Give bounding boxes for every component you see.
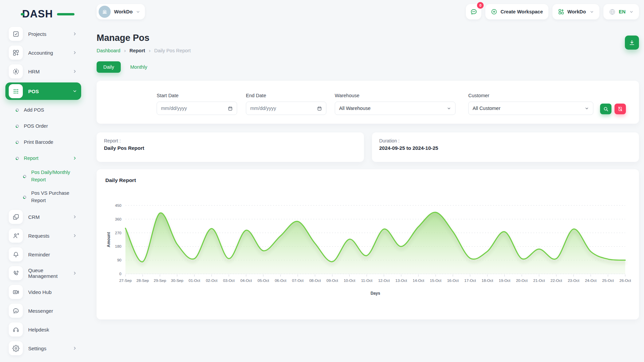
svg-text:10-Oct: 10-Oct xyxy=(344,279,356,283)
svg-text:17-Oct: 17-Oct xyxy=(464,279,476,283)
logo-accent-dot xyxy=(21,13,24,15)
customer-field: Customer All Customer xyxy=(468,93,593,115)
warehouse-selected-value: All Warehouse xyxy=(339,106,371,111)
svg-text:28-Sep: 28-Sep xyxy=(137,279,149,283)
requests-icon xyxy=(9,229,23,243)
svg-text:270: 270 xyxy=(115,231,121,235)
sidebar-item-requests[interactable]: Requests xyxy=(5,228,81,243)
messenger-icon xyxy=(9,304,23,318)
sidebar: DASH ProjectsAccountingHRMPOSAdd POSPOS … xyxy=(0,0,87,362)
sidebar-item-queue-management[interactable]: Queue Management xyxy=(5,265,81,281)
breadcrumb-current: Daily Pos Report xyxy=(154,48,191,53)
calendar-icon[interactable] xyxy=(228,106,233,111)
sidebar-item-messenger[interactable]: Messenger xyxy=(5,303,81,318)
messages-button[interactable]: 0 xyxy=(466,4,481,19)
svg-text:20-Oct: 20-Oct xyxy=(516,279,528,283)
language-selector[interactable]: EN xyxy=(603,4,639,19)
tab-daily[interactable]: Daily xyxy=(97,61,121,73)
globe-icon xyxy=(609,8,616,15)
end-date-input[interactable] xyxy=(250,106,314,111)
sidebar-item-print-barcode[interactable]: Print Barcode xyxy=(5,135,81,149)
download-button[interactable] xyxy=(625,36,639,50)
chevron-right-icon: › xyxy=(124,48,126,53)
main-content: Manage Pos Dashboard › Report › Daily Po… xyxy=(87,24,644,362)
filter-actions xyxy=(600,104,626,114)
sidebar-item-hrm[interactable]: HRM xyxy=(5,64,81,79)
y-axis-title: Amount xyxy=(106,232,111,247)
daily-report-card: Daily Report 09018027036045027-Sep28-Sep… xyxy=(97,169,639,319)
customer-select[interactable]: All Customer xyxy=(468,102,593,115)
sidebar-item-pos-order[interactable]: POS Order xyxy=(5,119,81,133)
svg-text:15-Oct: 15-Oct xyxy=(430,279,442,283)
chevron-right-icon xyxy=(72,346,77,351)
warehouse-select[interactable]: All Warehouse xyxy=(335,102,455,115)
app-root: DASH ProjectsAccountingHRMPOSAdd POSPOS … xyxy=(0,0,644,362)
create-workspace-button[interactable]: Create Workspace xyxy=(485,4,548,19)
sidebar-item-label: Pos Daily/Monthly Report xyxy=(31,169,81,184)
svg-text:02-Oct: 02-Oct xyxy=(206,279,218,283)
svg-text:12-Oct: 12-Oct xyxy=(378,279,390,283)
building-icon xyxy=(101,8,108,15)
chevron-down-icon xyxy=(585,106,589,111)
svg-text:08-Oct: 08-Oct xyxy=(309,279,321,283)
sidebar-item-label: Messenger xyxy=(28,308,53,314)
svg-text:11-Oct: 11-Oct xyxy=(361,279,372,283)
svg-text:30-Sep: 30-Sep xyxy=(171,279,183,283)
breadcrumb-dashboard[interactable]: Dashboard xyxy=(97,48,120,53)
tab-monthly[interactable]: Monthly xyxy=(130,64,147,70)
sidebar-item-pos-daily-monthly-report[interactable]: Pos Daily/Monthly Report xyxy=(5,168,81,185)
duration-value: 2024-09-25 to 2024-10-25 xyxy=(379,145,632,151)
sidebar-item-crm[interactable]: CRM xyxy=(5,209,81,225)
chevron-down-icon xyxy=(590,10,594,14)
breadcrumb-report[interactable]: Report xyxy=(129,48,145,53)
workspace-avatar xyxy=(99,6,111,18)
svg-text:25-Oct: 25-Oct xyxy=(602,279,614,283)
svg-text:18-Oct: 18-Oct xyxy=(482,279,493,283)
sidebar-item-video-hub[interactable]: Video Hub xyxy=(5,284,81,300)
svg-text:22-Oct: 22-Oct xyxy=(550,279,562,283)
svg-text:27-Sep: 27-Sep xyxy=(119,279,131,283)
sidebar-item-report[interactable]: Report xyxy=(5,152,81,165)
calendar-icon[interactable] xyxy=(317,106,322,111)
chevron-right-icon xyxy=(72,215,77,219)
video-icon xyxy=(9,285,23,299)
page-title: Manage Pos xyxy=(97,33,639,43)
accounting-icon xyxy=(9,46,23,60)
sidebar-item-helpdesk[interactable]: Helpdesk xyxy=(5,322,81,337)
brand-logo[interactable]: DASH xyxy=(22,8,66,20)
customer-label: Customer xyxy=(468,93,593,98)
settings-icon xyxy=(9,341,23,355)
sidebar-item-label: Report xyxy=(24,156,39,161)
topbar-actions: 0 Create Workspace WorkDo EN xyxy=(466,4,639,19)
chevron-down-icon xyxy=(72,89,77,94)
svg-text:05-Oct: 05-Oct xyxy=(258,279,269,283)
chevron-down-icon xyxy=(447,106,451,111)
svg-text:19-Oct: 19-Oct xyxy=(499,279,511,283)
bullet-icon xyxy=(15,157,19,160)
sidebar-item-add-pos[interactable]: Add POS xyxy=(5,103,81,117)
sidebar-item-label: Projects xyxy=(28,31,46,37)
chevron-right-icon xyxy=(72,233,77,238)
reset-filter-button[interactable] xyxy=(614,104,626,114)
svg-text:09-Oct: 09-Oct xyxy=(326,279,338,283)
sidebar-item-pos-vs-purchase-report[interactable]: Pos VS Purchase Report xyxy=(5,188,81,206)
sidebar-item-label: Settings xyxy=(28,346,46,351)
svg-text:13-Oct: 13-Oct xyxy=(395,279,407,283)
workspace-selector[interactable]: WorkDo xyxy=(97,4,145,19)
plus-circle-icon xyxy=(491,8,497,15)
sidebar-item-accounting[interactable]: Accounting xyxy=(5,45,81,60)
workspace-name: WorkDo xyxy=(114,9,132,14)
sidebar-item-reminder[interactable]: Reminder xyxy=(5,247,81,262)
start-date-label: Start Date xyxy=(157,93,237,98)
workdo-menu-button[interactable]: WorkDo xyxy=(552,4,599,19)
language-label: EN xyxy=(619,9,626,14)
svg-text:90: 90 xyxy=(117,258,121,262)
reminder-icon xyxy=(9,247,23,261)
x-axis-title: Days xyxy=(371,291,380,296)
start-date-input[interactable] xyxy=(161,106,225,111)
sidebar-item-projects[interactable]: Projects xyxy=(5,26,81,42)
sidebar-item-pos[interactable]: POS xyxy=(5,82,81,100)
search-button[interactable] xyxy=(600,104,611,114)
sidebar-item-label: Video Hub xyxy=(28,289,52,295)
sidebar-item-settings[interactable]: Settings xyxy=(5,341,81,356)
